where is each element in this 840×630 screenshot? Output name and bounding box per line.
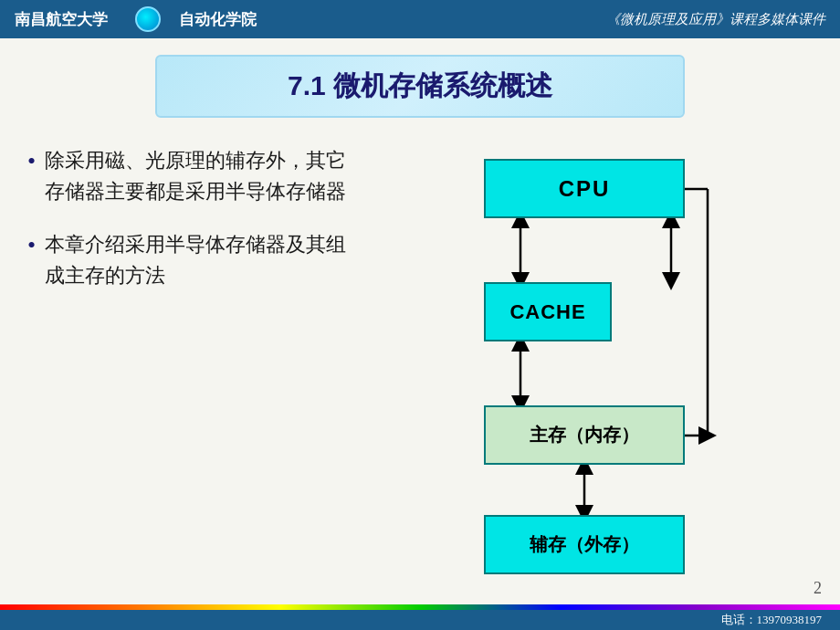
bullet-dot-2: • <box>27 229 36 262</box>
bullet-item-1: • 除采用磁、光原理的辅存外，其它存储器主要都是采用半导体存储器 <box>27 145 356 207</box>
college-label: 自动化学院 <box>179 9 257 30</box>
course-label: 《微机原理及应用》课程多媒体课件 <box>606 11 825 28</box>
cache-label: CACHE <box>509 300 585 324</box>
header-bar: 南昌航空大学 自动化学院 《微机原理及应用》课程多媒体课件 <box>0 0 840 38</box>
page-number: 2 <box>814 579 822 598</box>
diagram-container: CPU CACHE 主存（内存） 辅存（外存） <box>438 159 749 588</box>
logo-icon <box>135 6 161 32</box>
diagram-cpu-box: CPU <box>484 159 685 218</box>
diagram-panel: CPU CACHE 主存（内存） 辅存（外存） <box>374 136 813 611</box>
university-label: 南昌航空大学 <box>15 9 108 30</box>
aux-label: 辅存（外存） <box>530 532 639 557</box>
main-content: • 除采用磁、光原理的辅存外，其它存储器主要都是采用半导体存储器 • 本章介绍采… <box>0 127 840 620</box>
main-label: 主存（内存） <box>530 423 639 447</box>
footer: 电话：13970938197 <box>0 604 840 630</box>
diagram-main-box: 主存（内存） <box>484 405 685 465</box>
bullet-dot-1: • <box>27 145 36 178</box>
header-left: 南昌航空大学 自动化学院 <box>15 6 257 32</box>
bullet-item-2: • 本章介绍采用半导体存储器及其组成主存的方法 <box>27 229 356 291</box>
title-area: 7.1 微机存储系统概述 <box>155 55 685 118</box>
phone-label: 电话：13970938197 <box>721 612 823 628</box>
slide-title: 7.1 微机存储系统概述 <box>175 68 665 105</box>
diagram-cache-box: CACHE <box>484 282 612 341</box>
left-text-panel: • 除采用磁、光原理的辅存外，其它存储器主要都是采用半导体存储器 • 本章介绍采… <box>27 136 356 611</box>
cpu-label: CPU <box>559 176 611 202</box>
footer-bar: 电话：13970938197 <box>0 610 840 630</box>
bullet-text-2: 本章介绍采用半导体存储器及其组成主存的方法 <box>45 229 356 291</box>
diagram-aux-box: 辅存（外存） <box>484 515 685 574</box>
bullet-text-1: 除采用磁、光原理的辅存外，其它存储器主要都是采用半导体存储器 <box>45 145 356 207</box>
